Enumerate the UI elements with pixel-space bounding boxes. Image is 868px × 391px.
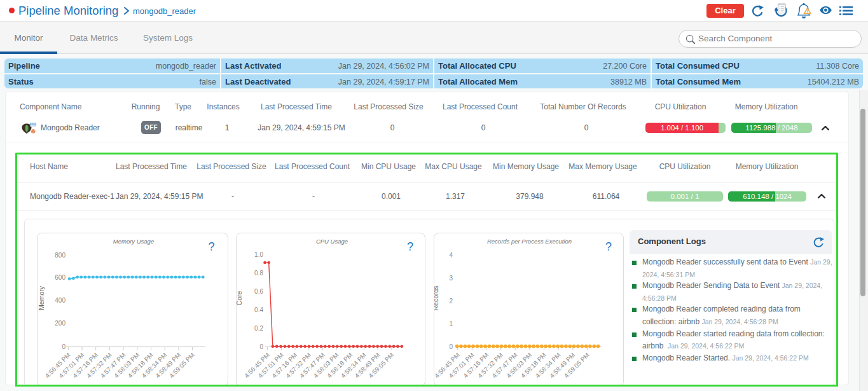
svg-text:Memory Usage: Memory Usage bbox=[113, 238, 154, 245]
svg-text:400: 400 bbox=[55, 297, 65, 304]
svg-text:2: 2 bbox=[449, 298, 453, 305]
svg-text:800: 800 bbox=[55, 252, 65, 259]
svg-text:1.0: 1.0 bbox=[254, 251, 263, 258]
svg-text:0.8: 0.8 bbox=[254, 270, 263, 277]
svg-text:0: 0 bbox=[62, 343, 65, 350]
svg-text:4: 4 bbox=[449, 252, 453, 259]
svg-text:3: 3 bbox=[449, 275, 453, 282]
svg-text:?: ? bbox=[407, 240, 413, 253]
svg-text:600: 600 bbox=[55, 274, 65, 281]
svg-text:?: ? bbox=[605, 240, 612, 253]
svg-text:0.4: 0.4 bbox=[254, 306, 263, 313]
svg-text:0.6: 0.6 bbox=[254, 288, 263, 295]
svg-text:Records per Process Execution: Records per Process Execution bbox=[487, 238, 572, 245]
svg-text:Records: Records bbox=[434, 285, 439, 310]
svg-text:200: 200 bbox=[55, 320, 65, 327]
svg-text:Memory: Memory bbox=[38, 285, 45, 310]
svg-text:?: ? bbox=[208, 240, 214, 253]
svg-text:0.2: 0.2 bbox=[254, 325, 263, 332]
svg-text:0: 0 bbox=[449, 343, 453, 350]
svg-text:Core: Core bbox=[237, 291, 243, 305]
svg-text:CPU Usage: CPU Usage bbox=[316, 238, 348, 245]
svg-text:0: 0 bbox=[259, 343, 263, 350]
svg-text:1: 1 bbox=[449, 320, 453, 327]
